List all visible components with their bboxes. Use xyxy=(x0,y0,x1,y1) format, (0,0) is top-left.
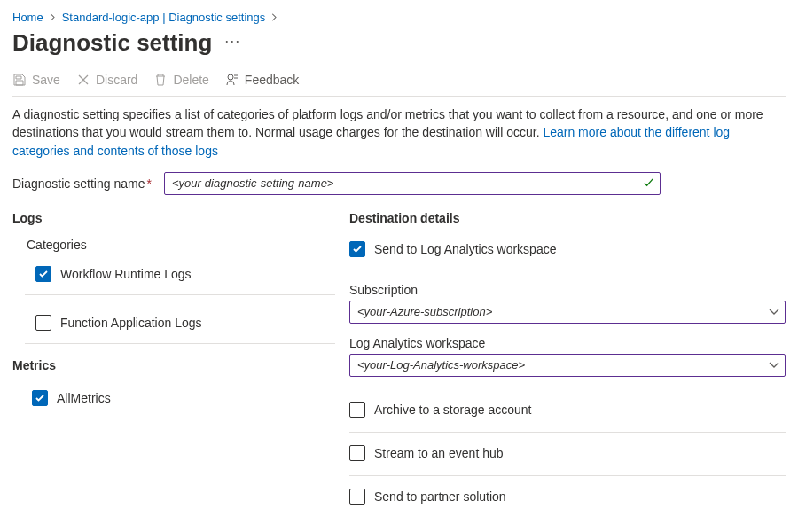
save-icon xyxy=(12,73,27,87)
delete-button[interactable]: Delete xyxy=(153,73,208,87)
partner-solution-row[interactable]: Send to partner solution xyxy=(349,476,786,519)
valid-check-icon xyxy=(643,177,654,189)
checkbox-unchecked-icon[interactable] xyxy=(35,315,51,331)
delete-label: Delete xyxy=(173,73,208,87)
page-title: Diagnostic setting xyxy=(12,29,212,57)
subscription-label: Subscription xyxy=(349,283,786,297)
all-metrics-label: AllMetrics xyxy=(57,391,111,405)
checkbox-unchecked-icon[interactable] xyxy=(349,489,365,505)
save-label: Save xyxy=(32,73,60,87)
required-asterisk: * xyxy=(146,176,151,191)
name-input-value: <your-diagnostic-setting-name> xyxy=(172,176,643,190)
name-input[interactable]: <your-diagnostic-setting-name> xyxy=(164,172,661,195)
chevron-right-icon xyxy=(49,13,57,21)
workspace-value: <your-Log-Analytics-workspace> xyxy=(357,358,525,372)
name-label: Diagnostic setting name* xyxy=(12,176,152,191)
logs-heading: Logs xyxy=(12,211,340,225)
breadcrumb-home[interactable]: Home xyxy=(12,11,43,24)
workflow-runtime-logs-row[interactable]: Workflow Runtime Logs xyxy=(25,261,335,295)
checkbox-unchecked-icon[interactable] xyxy=(349,445,365,461)
send-to-la-workspace-label: Send to Log Analytics workspace xyxy=(374,242,556,256)
toolbar: Save Discard Delete Feedback xyxy=(12,73,786,97)
categories-heading: Categories xyxy=(14,238,340,252)
feedback-label: Feedback xyxy=(245,73,299,87)
breadcrumb-app[interactable]: Standard-logic-app | Diagnostic settings xyxy=(62,11,266,24)
discard-button[interactable]: Discard xyxy=(76,73,137,87)
more-icon[interactable]: ··· xyxy=(224,32,240,54)
workspace-label: Log Analytics workspace xyxy=(349,336,786,350)
send-to-la-workspace-row[interactable]: Send to Log Analytics workspace xyxy=(349,238,786,270)
checkbox-checked-icon[interactable] xyxy=(32,390,48,406)
all-metrics-row[interactable]: AllMetrics xyxy=(12,385,335,419)
function-application-logs-row[interactable]: Function Application Logs xyxy=(25,309,335,344)
checkbox-unchecked-icon[interactable] xyxy=(349,402,365,418)
workspace-select[interactable]: <your-Log-Analytics-workspace> xyxy=(349,354,786,377)
metrics-heading: Metrics xyxy=(12,358,340,372)
svg-point-0 xyxy=(228,74,233,80)
feedback-icon xyxy=(225,73,239,87)
checkbox-checked-icon[interactable] xyxy=(35,266,51,282)
breadcrumb: Home Standard-logic-app | Diagnostic set… xyxy=(12,7,786,27)
partner-solution-label: Send to partner solution xyxy=(374,489,506,504)
discard-label: Discard xyxy=(96,73,137,87)
subscription-select[interactable]: <your-Azure-subscription> xyxy=(349,301,786,324)
trash-icon xyxy=(153,73,168,87)
function-application-logs-label: Function Application Logs xyxy=(60,316,202,330)
subscription-value: <your-Azure-subscription> xyxy=(357,305,492,318)
stream-eventhub-row[interactable]: Stream to an event hub xyxy=(349,433,786,476)
checkbox-checked-icon[interactable] xyxy=(349,241,365,257)
chevron-right-icon xyxy=(270,13,278,21)
archive-storage-label: Archive to a storage account xyxy=(374,403,531,417)
destination-heading: Destination details xyxy=(349,211,786,225)
stream-eventhub-label: Stream to an event hub xyxy=(374,446,504,460)
chevron-down-icon xyxy=(769,360,779,371)
close-icon xyxy=(76,73,90,87)
archive-storage-row[interactable]: Archive to a storage account xyxy=(349,389,786,433)
workflow-runtime-logs-label: Workflow Runtime Logs xyxy=(60,267,192,281)
intro-text: A diagnostic setting specifies a list of… xyxy=(12,106,786,160)
feedback-button[interactable]: Feedback xyxy=(225,73,299,87)
chevron-down-icon xyxy=(769,307,779,317)
save-button[interactable]: Save xyxy=(12,73,60,87)
